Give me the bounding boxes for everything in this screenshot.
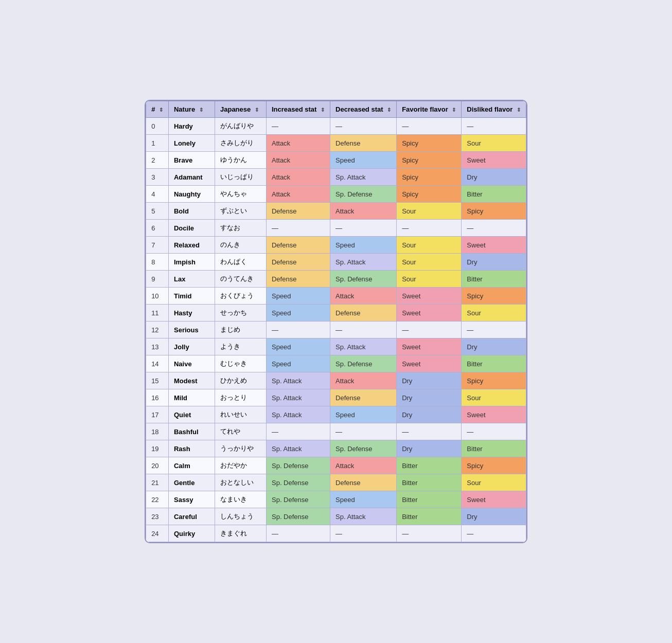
table-row: 21GentleおとなしいSp. DefenseDefenseBitterSou… (146, 474, 526, 491)
cell-num: 12 (146, 322, 169, 338)
cell-favorite: Dry (397, 406, 462, 423)
cell-favorite: — (397, 322, 462, 338)
cell-nature: Timid (168, 288, 215, 305)
header-nature[interactable]: Nature ⇕ (168, 101, 215, 118)
cell-decreased: — (330, 220, 397, 237)
cell-increased: Sp. Defense (266, 457, 330, 474)
table-row: 24Quirkyきまぐれ———— (146, 525, 526, 542)
cell-japanese: てれや (215, 423, 266, 440)
cell-disliked: Dry (462, 508, 526, 525)
cell-favorite: Sour (397, 203, 462, 220)
cell-decreased: Defense (330, 135, 397, 152)
cell-increased: — (266, 423, 330, 440)
cell-nature: Hasty (168, 305, 215, 322)
cell-increased: Defense (266, 254, 330, 271)
cell-nature: Sassy (168, 491, 215, 508)
sort-icon-japanese: ⇕ (255, 107, 259, 113)
cell-favorite: — (397, 118, 462, 135)
cell-disliked: — (462, 423, 526, 440)
table-row: 19RashうっかりやSp. AttackSp. DefenseDryBitte… (146, 440, 526, 457)
cell-decreased: Defense (330, 474, 397, 491)
cell-increased: Attack (266, 186, 330, 203)
cell-decreased: Sp. Defense (330, 271, 397, 288)
cell-increased: Attack (266, 135, 330, 152)
cell-increased: Sp. Attack (266, 440, 330, 457)
table-row: 13JollyようきSpeedSp. AttackSweetDry (146, 338, 526, 355)
cell-decreased: Sp. Attack (330, 169, 397, 186)
sort-icon-disliked: ⇕ (517, 107, 521, 113)
cell-increased: — (266, 525, 330, 542)
cell-decreased: Sp. Defense (330, 440, 397, 457)
table-row: 4NaughtyやんちゃAttackSp. DefenseSpicyBitter (146, 186, 526, 203)
cell-disliked: Sweet (462, 237, 526, 254)
cell-decreased: — (330, 118, 397, 135)
header-japanese[interactable]: Japanese ⇕ (215, 101, 266, 118)
cell-nature: Docile (168, 220, 215, 237)
table-row: 0Hardyがんばりや———— (146, 118, 526, 135)
cell-nature: Relaxed (168, 237, 215, 254)
table-row: 18Bashfulてれや———— (146, 423, 526, 440)
header-favorite[interactable]: Favorite flavor ⇕ (397, 101, 462, 118)
cell-decreased: Sp. Attack (330, 254, 397, 271)
cell-increased: Defense (266, 203, 330, 220)
table-row: 12Seriousまじめ———— (146, 322, 526, 338)
cell-nature: Brave (168, 152, 215, 169)
cell-num: 1 (146, 135, 169, 152)
table-row: 9LaxのうてんきDefenseSp. DefenseSourBitter (146, 271, 526, 288)
table-row: 6Docileすなお———— (146, 220, 526, 237)
cell-favorite: Dry (397, 440, 462, 457)
cell-disliked: — (462, 525, 526, 542)
cell-decreased: Defense (330, 305, 397, 322)
header-disliked[interactable]: Disliked flavor ⇕ (462, 101, 526, 118)
header-increased[interactable]: Increased stat ⇕ (266, 101, 330, 118)
table-row: 7RelaxedのんきDefenseSpeedSourSweet (146, 237, 526, 254)
cell-favorite: Sour (397, 237, 462, 254)
cell-japanese: ひかえめ (215, 372, 266, 389)
cell-japanese: やんちゃ (215, 186, 266, 203)
cell-japanese: のんき (215, 237, 266, 254)
cell-increased: Speed (266, 288, 330, 305)
cell-increased: Speed (266, 305, 330, 322)
table-row: 16MildおっとりSp. AttackDefenseDrySour (146, 389, 526, 406)
cell-decreased: Attack (330, 457, 397, 474)
cell-decreased: — (330, 322, 397, 338)
table-row: 5BoldずぶといDefenseAttackSourSpicy (146, 203, 526, 220)
header-decreased[interactable]: Decreased stat ⇕ (330, 101, 397, 118)
natures-table: # ⇕ Nature ⇕ Japanese ⇕ Increased stat ⇕… (146, 101, 526, 542)
table-row: 8ImpishわんぱくDefenseSp. AttackSourDry (146, 254, 526, 271)
cell-japanese: わんぱく (215, 254, 266, 271)
cell-disliked: Bitter (462, 186, 526, 203)
cell-favorite: Spicy (397, 169, 462, 186)
cell-decreased: — (330, 423, 397, 440)
cell-num: 14 (146, 355, 169, 372)
cell-disliked: Dry (462, 254, 526, 271)
cell-disliked: Dry (462, 169, 526, 186)
cell-increased: Sp. Defense (266, 491, 330, 508)
cell-japanese: がんばりや (215, 118, 266, 135)
sort-icon-decreased: ⇕ (387, 107, 391, 113)
table-row: 14NaiveむじゃきSpeedSp. DefenseSweetBitter (146, 355, 526, 372)
cell-favorite: Sour (397, 271, 462, 288)
cell-num: 13 (146, 338, 169, 355)
cell-decreased: — (330, 525, 397, 542)
cell-decreased: Sp. Defense (330, 186, 397, 203)
cell-disliked: Sour (462, 135, 526, 152)
cell-japanese: おくびょう (215, 288, 266, 305)
header-num[interactable]: # ⇕ (146, 101, 169, 118)
table-row: 17QuietれいせいSp. AttackSpeedDrySweet (146, 406, 526, 423)
cell-favorite: Sweet (397, 288, 462, 305)
cell-japanese: うっかりや (215, 440, 266, 457)
cell-favorite: Spicy (397, 152, 462, 169)
cell-japanese: いじっぱり (215, 169, 266, 186)
cell-increased: Attack (266, 169, 330, 186)
cell-nature: Quirky (168, 525, 215, 542)
cell-disliked: — (462, 220, 526, 237)
cell-nature: Bold (168, 203, 215, 220)
cell-disliked: Sweet (462, 406, 526, 423)
cell-disliked: Dry (462, 338, 526, 355)
cell-disliked: Spicy (462, 457, 526, 474)
cell-nature: Quiet (168, 406, 215, 423)
cell-num: 11 (146, 305, 169, 322)
cell-japanese: ゆうかん (215, 152, 266, 169)
cell-decreased: Speed (330, 237, 397, 254)
